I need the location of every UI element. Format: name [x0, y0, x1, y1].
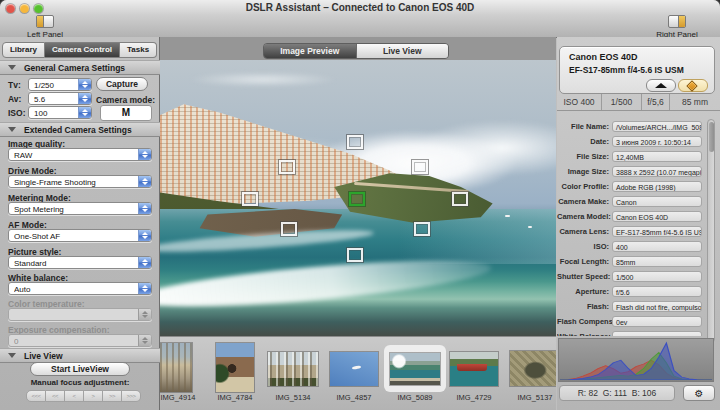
thumbnail-label: IMG_4784	[212, 393, 258, 402]
af-point-lower-left	[281, 222, 297, 236]
thumbnail-img-4784[interactable]	[216, 343, 254, 392]
exif-row-camera-make: Camera Make:Canon	[557, 196, 720, 209]
focus-far-2-button: <<	[46, 390, 65, 402]
thumbnail-label: IMG_5137	[512, 393, 556, 402]
histogram-settings-button[interactable]: ⚙	[683, 385, 715, 401]
camera-mode-label: Camera mode:	[96, 95, 155, 105]
av-stepper[interactable]: 5.6	[28, 92, 92, 105]
stepper-arrows-icon[interactable]	[138, 149, 151, 160]
exif-row-image-size: Image Size:3888 x 2592 (10.07 megapixels…	[557, 166, 720, 179]
tab-live-view[interactable]: Live View	[356, 44, 449, 58]
thumbnail-strip: IMG_4914 IMG_4784 IMG_5134 IMG_4857 IMG_…	[160, 336, 556, 410]
section-general-camera-settings[interactable]: General Camera Settings	[0, 60, 160, 75]
camera-name: Canon EOS 40D	[569, 52, 638, 62]
photo-cloud	[188, 72, 338, 87]
left-panel-tabs: Library Camera Control Tasks	[0, 42, 159, 58]
disclosure-triangle-icon	[8, 353, 16, 358]
af-mode-select[interactable]: One-Shot AF	[8, 229, 152, 242]
tab-tasks[interactable]: Tasks	[120, 42, 157, 58]
focus-far-1-button: <	[65, 390, 84, 402]
photo-seagull	[351, 366, 360, 371]
left-panel-button[interactable]: Left Panel	[10, 15, 80, 39]
tv-stepper[interactable]: 1/250	[28, 78, 92, 91]
exif-row-color-profile: Color Profile:Adobe RGB (1998)	[557, 181, 720, 194]
thumbnail-label: IMG_5134	[270, 393, 316, 402]
stepper-arrows-icon[interactable]	[138, 203, 151, 214]
scrollbar-thumb[interactable]	[709, 122, 714, 152]
af-point-top	[347, 135, 363, 149]
exif-row-shutter-speed: Shutter Speed:1/500	[557, 271, 720, 284]
thumbnail-label: IMG_4857	[331, 393, 377, 402]
focus-near-3-button: >>>	[122, 390, 141, 402]
gear-icon: ⚙	[695, 388, 704, 399]
right-panel-button[interactable]: Right Panel	[642, 15, 712, 39]
focus-indicator-button[interactable]	[678, 79, 708, 92]
rgb-readout: R: 82 G: 111 B: 106	[559, 385, 675, 401]
stepper-arrows-icon[interactable]	[138, 230, 151, 241]
tab-library[interactable]: Library	[2, 42, 45, 58]
af-point-upper-right	[412, 160, 428, 174]
window-title: DSLR Assistant – Connected to Canon EOS …	[0, 2, 720, 13]
tab-image-preview[interactable]: Image Preview	[264, 44, 356, 58]
stepper-arrows-icon[interactable]	[138, 176, 151, 187]
center-pane: Image Preview Live View	[160, 37, 556, 410]
quick-aperture: f/5,6	[642, 94, 670, 110]
focus-near-2-button: >>	[103, 390, 122, 402]
start-liveview-button[interactable]: Start LiveView	[30, 362, 130, 376]
exif-row-iso: ISO:400	[557, 241, 720, 254]
section-extended-camera-settings[interactable]: Extended Camera Settings	[0, 122, 160, 137]
capture-button[interactable]: Capture	[96, 77, 148, 91]
disclosure-triangle-icon	[8, 65, 16, 70]
stepper-arrows-icon[interactable]	[78, 93, 91, 104]
app-window: DSLR Assistant – Connected to Canon EOS …	[0, 0, 720, 410]
section-live-view[interactable]: Live View	[0, 348, 160, 363]
diamond-icon	[688, 81, 696, 89]
camera-button[interactable]	[646, 79, 676, 92]
tab-camera-control[interactable]: Camera Control	[45, 42, 120, 58]
iso-label: ISO:	[8, 108, 25, 118]
stepper-arrows-icon[interactable]	[138, 257, 151, 268]
exif-scrollbar[interactable]	[707, 119, 715, 343]
exposure-compensation-select: 0	[8, 334, 152, 347]
image-quality-select[interactable]: RAW	[8, 148, 152, 161]
thumbnail-img-4857[interactable]	[330, 352, 378, 386]
drive-mode-select[interactable]: Single-Frame Shooting	[8, 175, 152, 188]
exif-row-white-balance-clipped: White Balance:	[557, 331, 720, 336]
iso-stepper[interactable]: 100	[28, 106, 92, 119]
quick-iso: ISO 400	[557, 94, 602, 110]
photo-ship	[457, 364, 488, 371]
picture-style-select[interactable]: Standard	[8, 256, 152, 269]
thumbnail-img-5089[interactable]	[390, 353, 440, 385]
thumbnail-img-4729[interactable]	[450, 352, 498, 386]
thumbnail-label: IMG_4914	[160, 393, 200, 402]
color-temperature-select	[8, 308, 152, 321]
quick-shutter: 1/500	[602, 94, 642, 110]
stepper-arrows-icon[interactable]	[138, 283, 151, 294]
exif-row-camera-model: Camera Model:Canon EOS 40D	[557, 211, 720, 224]
stepper-arrows-icon	[138, 309, 151, 320]
af-point-lower-right	[414, 222, 430, 236]
disclosure-triangle-icon	[8, 127, 16, 132]
exif-row-flash: Flash:Flash did not fire, compulsory fla…	[557, 301, 720, 314]
exif-row-aperture: Aperture:f/5.6	[557, 286, 720, 299]
camera-mode-value: M	[100, 105, 152, 121]
thumbnail-img-4914[interactable]	[160, 343, 192, 392]
thumbnail-img-5134[interactable]	[268, 352, 318, 386]
exif-row-flash-compensation: Flash Compens.:0ev	[557, 316, 720, 329]
af-point-upper-left	[279, 160, 295, 174]
histogram-plot	[560, 340, 712, 380]
av-label: Av:	[8, 94, 21, 104]
metering-mode-select[interactable]: Spot Metering	[8, 202, 152, 215]
stepper-arrows-icon[interactable]	[78, 79, 91, 90]
exif-row-date: Date:3 июня 2009 г. 10:50:14	[557, 136, 720, 149]
left-panel-icon	[36, 15, 54, 28]
manual-focus-label: Manual focus adjustment:	[0, 378, 160, 387]
exif-row-camera-lens: Camera Lens:EF-S17-85mm f/4-5.6 IS USM	[557, 226, 720, 239]
mountain-icon	[655, 83, 667, 88]
left-panel: Library Camera Control Tasks General Cam…	[0, 37, 160, 410]
af-point-center-active	[349, 192, 365, 206]
thumbnail-img-5137[interactable]	[510, 351, 556, 386]
white-balance-select[interactable]: Auto	[8, 282, 152, 295]
stepper-arrows-icon[interactable]	[78, 107, 91, 118]
manual-focus-buttons: <<< << < > >> >>>	[26, 390, 141, 402]
